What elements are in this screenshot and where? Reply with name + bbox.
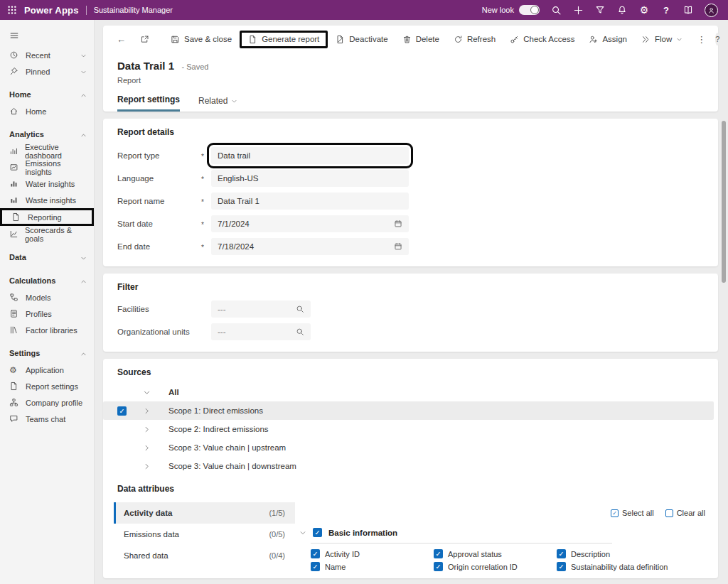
select-all-link[interactable]: ✓ Select all <box>611 509 654 517</box>
popout-button[interactable] <box>134 31 156 48</box>
attr-description[interactable]: ✓ Description <box>557 549 692 558</box>
section-heading: Sources <box>103 367 718 377</box>
help-icon[interactable]: ? <box>660 4 672 16</box>
end-date-field[interactable]: 7/18/2024 <box>211 238 409 255</box>
sidebar-section-analytics[interactable]: Analytics <box>0 126 94 143</box>
search-icon[interactable] <box>550 4 562 16</box>
category-shared-data[interactable]: Shared data (0/4) <box>114 545 295 566</box>
vertical-scrollbar[interactable] <box>722 121 726 283</box>
chevron-right-icon[interactable] <box>143 444 151 452</box>
field-row-report-name: Report name * Data Trail 1 <box>117 190 704 212</box>
generate-report-button[interactable]: Generate report <box>240 31 328 48</box>
link-label: Select all <box>622 509 654 517</box>
sidebar-item-models[interactable]: Models <box>0 289 94 305</box>
person-add-icon <box>589 35 598 44</box>
field-label: Report type <box>117 151 201 160</box>
search-icon[interactable] <box>296 305 304 314</box>
sidebar-item-report-settings[interactable]: Report settings <box>0 378 94 394</box>
start-date-field[interactable]: 7/1/2024 <box>211 215 409 232</box>
hamburger-menu-icon[interactable] <box>0 26 94 47</box>
check-access-button[interactable]: Check Access <box>503 31 581 48</box>
refresh-button[interactable]: Refresh <box>447 31 502 48</box>
sidebar-item-label: Emissions insights <box>25 159 87 176</box>
save-close-button[interactable]: Save & close <box>164 31 238 48</box>
tree-row-scope2[interactable]: Scope 2: Indirect emissions <box>103 420 714 438</box>
docs-book-icon[interactable] <box>682 4 694 16</box>
tab-related[interactable]: Related <box>198 94 237 112</box>
attr-sustainability-data-definition[interactable]: ✓ Sustainability data definition <box>557 562 692 571</box>
sidebar-item-company-profile[interactable]: Company profile <box>0 394 94 411</box>
help-bubble-button[interactable]: ? <box>715 33 719 45</box>
library-books-icon <box>9 325 19 335</box>
sidebar-section-calculations[interactable]: Calculations <box>0 272 94 289</box>
tab-report-settings[interactable]: Report settings <box>117 94 180 112</box>
sidebar-item-factor-libraries[interactable]: Factor libraries <box>0 322 94 338</box>
chat-bubble-icon <box>9 414 19 423</box>
chevron-down-icon[interactable] <box>299 529 306 537</box>
attr-origin-correlation-id[interactable]: ✓ Origin correlation ID <box>434 562 557 571</box>
delete-button[interactable]: Delete <box>396 31 446 48</box>
flow-button[interactable]: Flow <box>635 31 689 48</box>
sidebar-item-emissions-insights[interactable]: Emissions insights <box>0 159 94 175</box>
sidebar-item-waste-insights[interactable]: Waste insights <box>0 192 94 208</box>
tree-row-all[interactable]: All <box>103 383 714 401</box>
attr-approval-status[interactable]: ✓ Approval status <box>434 549 557 558</box>
attr-label: Sustainability data definition <box>571 563 668 571</box>
sidebar-section-home[interactable]: Home <box>0 86 94 103</box>
link-label: Clear all <box>677 509 705 517</box>
add-icon[interactable] <box>572 4 584 16</box>
settings-gear-icon[interactable]: ⚙ <box>638 4 650 16</box>
category-emissions-data[interactable]: Emissions data (0/5) <box>114 524 295 545</box>
checkbox-slot: ✓ <box>117 406 128 416</box>
chevron-down-icon[interactable] <box>143 389 151 396</box>
deactivate-button[interactable]: Deactivate <box>329 31 394 48</box>
sidebar-item-profiles[interactable]: Profiles <box>0 305 94 322</box>
notifications-bell-icon[interactable] <box>616 4 628 16</box>
chevron-right-icon[interactable] <box>143 463 151 470</box>
sidebar-section-settings[interactable]: Settings <box>0 345 94 362</box>
clear-all-checkbox-icon <box>665 509 673 517</box>
filter-icon[interactable] <box>594 4 606 16</box>
calendar-icon[interactable] <box>394 242 402 252</box>
sidebar-item-pinned[interactable]: Pinned <box>0 63 94 80</box>
waffle-icon[interactable] <box>0 0 24 20</box>
sidebar-item-recent[interactable]: Recent <box>0 47 94 63</box>
more-commands-button[interactable]: ⋮ <box>690 31 712 48</box>
tree-row-scope1[interactable]: ✓ Scope 1: Direct emissions <box>103 401 714 420</box>
line-chart-icon <box>9 229 18 239</box>
user-avatar[interactable] <box>705 4 718 17</box>
clear-all-link[interactable]: Clear all <box>665 509 705 517</box>
search-icon[interactable] <box>296 328 304 337</box>
chevron-right-icon[interactable] <box>143 407 151 415</box>
facilities-lookup-field[interactable]: --- <box>211 301 311 318</box>
organizational-units-lookup-field[interactable]: --- <box>211 323 311 340</box>
sidebar-item-scorecards-goals[interactable]: Scorecards & goals <box>0 226 94 242</box>
document-lines-icon <box>9 309 19 318</box>
group-checked-checkbox[interactable]: ✓ <box>313 528 322 537</box>
checked-checkbox[interactable]: ✓ <box>117 406 127 416</box>
report-type-field[interactable]: Data trail <box>211 147 409 164</box>
sidebar-item-reporting[interactable]: Reporting <box>0 208 94 226</box>
category-activity-data[interactable]: Activity data (1/5) <box>114 502 295 524</box>
sidebar-item-teams-chat[interactable]: Teams chat <box>0 411 94 427</box>
attr-name[interactable]: ✓ Name <box>311 562 434 571</box>
new-look-toggle[interactable] <box>519 5 540 15</box>
basic-information-group[interactable]: ✓ Basic information <box>299 528 705 537</box>
attr-activity-id[interactable]: ✓ Activity ID <box>311 549 434 558</box>
assign-button[interactable]: Assign <box>582 31 633 48</box>
back-button[interactable]: ← <box>110 31 132 48</box>
sidebar-item-executive-dashboard[interactable]: Executive dashboard <box>0 143 94 159</box>
attr-label: Name <box>325 563 346 571</box>
report-name-field[interactable]: Data Trail 1 <box>211 193 409 210</box>
sidebar-section-data[interactable]: Data <box>0 249 94 266</box>
brand-logo-text[interactable]: Power Apps <box>24 5 79 16</box>
sidebar-item-home[interactable]: Home <box>0 103 94 119</box>
sidebar-item-water-insights[interactable]: Water insights <box>0 175 94 192</box>
sidebar-item-application[interactable]: ⚙ Application <box>0 362 94 378</box>
report-details-card: Report details Report type * Data trail … <box>103 119 718 266</box>
language-field[interactable]: English-US <box>211 170 409 187</box>
calendar-icon[interactable] <box>394 220 402 229</box>
chevron-right-icon[interactable] <box>143 426 151 433</box>
tree-row-scope3-upstream[interactable]: Scope 3: Value chain | upstream <box>103 438 714 457</box>
tree-row-scope3-downstream[interactable]: Scope 3: Value chain | downstream <box>103 457 714 475</box>
